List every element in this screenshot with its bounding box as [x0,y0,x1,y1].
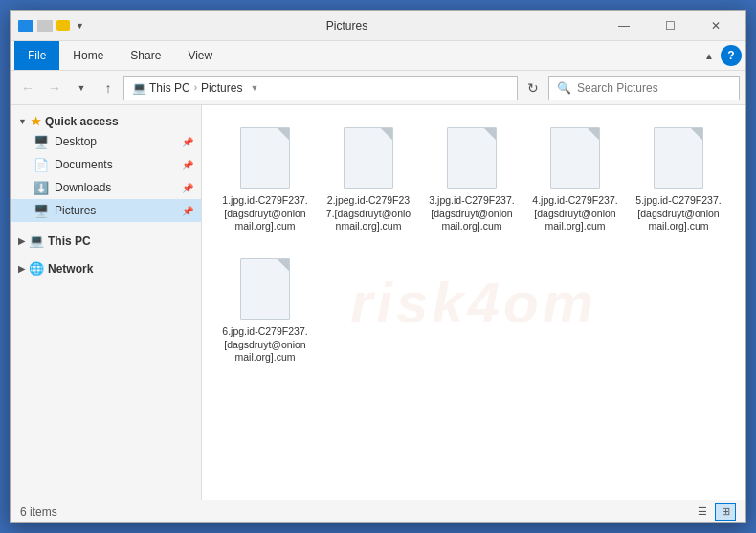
file-page [654,127,703,189]
up-button[interactable]: ↑ [97,77,120,100]
pictures-icon: 🖥️ [33,204,49,218]
file-icon [650,123,707,192]
file-name: 4.jpg.id-C279F237.[dagsdruyt@onionmail.o… [532,194,618,233]
ribbon-tabs: File Home Share View ▲ ? [11,41,745,70]
this-pc-arrow: ▶ [18,236,25,246]
file-page [240,127,290,189]
file-item[interactable]: 1.jpg.id-C279F237.[dagsdruyt@onionmail.o… [217,117,313,240]
ribbon: File Home Share View ▲ ? [11,41,745,71]
file-page-fold [691,128,702,140]
file-item[interactable]: 3.jpg.id-C279F237.[dagsdruyt@onionmail.o… [424,117,520,240]
status-bar: 6 items ☰ ⊞ [11,500,745,522]
back-button[interactable]: ← [16,77,39,100]
file-page [344,127,393,189]
file-name: 1.jpg.id-C279F237.[dagsdruyt@onionmail.o… [222,194,308,233]
path-separator-1: › [194,82,197,93]
recent-locations-button[interactable]: ▼ [70,77,93,100]
file-page-fold [588,128,599,140]
this-pc-icon: 💻 [29,233,44,248]
file-icon [236,255,294,323]
main-content: ▼ ★ Quick access 🖥️ Desktop 📌 📄 Document… [11,105,745,500]
downloads-icon: ⬇️ [33,181,49,195]
file-page-fold [278,259,289,271]
forward-button[interactable]: → [43,77,66,100]
file-name: 5.jpg.id-C279F237.[dagsdruyt@onionmail.o… [635,194,722,233]
list-view-button[interactable]: ☰ [692,503,713,521]
star-icon: ★ [31,115,41,128]
file-item[interactable]: 6.jpg.id-C279F237.[dagsdruyt@onionmail.o… [217,248,313,371]
documents-label: Documents [55,158,176,171]
minimize-button[interactable]: — [602,11,646,41]
refresh-button[interactable]: ↻ [522,77,545,100]
network-icon: 🌐 [29,261,44,276]
quick-access-header[interactable]: ▼ ★ Quick access [11,109,201,130]
file-page [550,127,600,189]
downloads-label: Downloads [55,181,176,194]
item-count: 6 items [20,505,57,519]
file-icon [546,123,604,192]
title-bar-icons: ▼ [18,20,84,32]
file-icon [443,123,500,192]
search-icon: 🔍 [557,81,571,95]
file-page [447,127,497,189]
documents-icon: 📄 [33,158,49,172]
desktop-pin: 📌 [182,137,193,147]
tab-home[interactable]: Home [59,41,117,70]
file-page [240,258,290,320]
explorer-window: ▼ Pictures — ☐ ✕ File Home Share View ▲ … [10,10,746,523]
file-page-fold [278,128,289,140]
documents-pin: 📌 [182,160,193,170]
path-dropdown-arrow[interactable]: ▼ [250,83,258,93]
file-icon [236,123,294,192]
sidebar-item-desktop[interactable]: 🖥️ Desktop 📌 [11,130,201,153]
this-pc-header[interactable]: ▶ 💻 This PC [11,228,201,250]
file-icon [340,123,397,192]
address-bar: ← → ▼ ↑ 💻 This PC › Pictures ▼ ↻ 🔍 [11,71,745,105]
file-page-fold [484,128,496,140]
pictures-pin: 📌 [182,206,193,216]
network-arrow: ▶ [18,264,25,274]
desktop-label: Desktop [55,135,176,148]
grid-view-button[interactable]: ⊞ [715,503,736,521]
file-name: 6.jpg.id-C279F237.[dagsdruyt@onionmail.o… [222,325,308,365]
downloads-pin: 📌 [182,183,193,193]
search-input[interactable] [577,81,731,95]
app-icon-gray [37,20,53,32]
sidebar-item-downloads[interactable]: ⬇️ Downloads 📌 [11,176,201,199]
network-header[interactable]: ▶ 🌐 Network [11,255,201,278]
file-page-fold [381,128,392,140]
network-label: Network [48,262,93,276]
view-buttons: ☰ ⊞ [692,503,736,521]
pictures-label: Pictures [55,204,176,217]
tab-view[interactable]: View [174,41,226,70]
this-pc-label: This PC [48,234,91,248]
sidebar: ▼ ★ Quick access 🖥️ Desktop 📌 📄 Document… [11,105,202,500]
help-button[interactable]: ? [721,45,742,66]
app-icon-blue [18,20,33,32]
ribbon-collapse-button[interactable]: ▲ [698,44,721,67]
window-controls: — ☐ ✕ [602,11,738,41]
close-button[interactable]: ✕ [694,11,738,41]
search-box[interactable]: 🔍 [548,76,740,100]
desktop-icon: 🖥️ [33,135,49,149]
window-title: Pictures [92,19,602,33]
title-bar: ▼ Pictures — ☐ ✕ [11,11,745,41]
maximize-button[interactable]: ☐ [648,11,692,41]
file-name: 2.jpeg.id-C279F237.[dagsdruyt@onionmail.… [325,194,411,233]
quick-access-arrow: ▼ [18,117,27,126]
quick-access-label: Quick access [45,115,119,128]
sidebar-item-documents[interactable]: 📄 Documents 📌 [11,153,201,176]
tab-share[interactable]: Share [117,41,174,70]
files-grid: 1.jpg.id-C279F237.[dagsdruyt@onionmail.o… [217,117,730,371]
app-icon-yellow [56,20,70,31]
path-this-pc: 💻 This PC [132,81,190,95]
sidebar-item-pictures[interactable]: 🖥️ Pictures 📌 [11,199,201,222]
address-path[interactable]: 💻 This PC › Pictures ▼ [123,76,518,100]
path-pictures: Pictures [201,81,242,95]
file-item[interactable]: 5.jpg.id-C279F237.[dagsdruyt@onionmail.o… [631,117,726,240]
file-item[interactable]: 2.jpeg.id-C279F237.[dagsdruyt@onionmail.… [321,117,416,240]
tab-file[interactable]: File [14,41,59,70]
file-area: risk4om 1.jpg.id-C279F237.[dagsdruyt@oni… [202,105,745,500]
file-item[interactable]: 4.jpg.id-C279F237.[dagsdruyt@onionmail.o… [527,117,623,240]
dropdown-arrow[interactable]: ▼ [76,21,84,31]
